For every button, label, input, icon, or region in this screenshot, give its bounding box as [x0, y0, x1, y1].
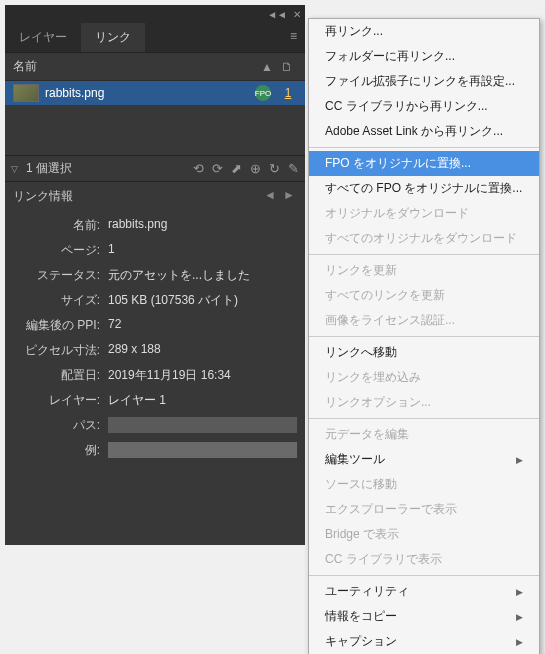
path-value-redacted: [108, 417, 297, 433]
separator: [309, 418, 539, 419]
size-label: サイズ:: [13, 292, 108, 309]
mi-update-link: リンクを更新: [309, 258, 539, 283]
relink-icon[interactable]: ⟲: [193, 161, 204, 176]
tab-layers[interactable]: レイヤー: [5, 23, 81, 52]
col-page-icon[interactable]: 🗋: [277, 60, 297, 74]
mi-dl-all-orig: すべてのオリジナルをダウンロード: [309, 226, 539, 251]
dim-label: ピクセル寸法:: [13, 342, 108, 359]
submenu-arrow-icon: ▶: [516, 455, 523, 465]
col-name-header[interactable]: 名前: [13, 58, 257, 75]
link-filename: rabbits.png: [45, 86, 255, 100]
page-value: 1: [108, 242, 297, 259]
tab-links[interactable]: リンク: [81, 23, 145, 52]
mi-explorer: エクスプローラーで表示: [309, 497, 539, 522]
submenu-arrow-icon: ▶: [516, 612, 523, 622]
mi-utility[interactable]: ユーティリティ▶: [309, 579, 539, 604]
date-label: 配置日:: [13, 367, 108, 384]
submenu-arrow-icon: ▶: [516, 587, 523, 597]
thumbnail: [13, 84, 39, 102]
update-icon[interactable]: ↻: [269, 161, 280, 176]
mi-relink[interactable]: 再リンク...: [309, 19, 539, 44]
separator: [309, 336, 539, 337]
example-value-redacted: [108, 442, 297, 458]
mi-caption[interactable]: キャプション▶: [309, 629, 539, 654]
mi-replace-fpo[interactable]: FPO をオリジナルに置換...: [309, 151, 539, 176]
selection-bar: ▽ 1 個選択 ⟲ ⟳ ⬈ ⊕ ↻ ✎: [5, 155, 305, 182]
close-icon[interactable]: ✕: [293, 9, 301, 20]
context-menu: 再リンク... フォルダーに再リンク... ファイル拡張子にリンクを再設定...…: [308, 18, 540, 654]
mi-edit-tools[interactable]: 編集ツール▶: [309, 447, 539, 472]
mi-copy-info[interactable]: 情報をコピー▶: [309, 604, 539, 629]
size-value: 105 KB (107536 バイト): [108, 292, 297, 309]
panel-top-bar: ◄◄ ✕: [5, 5, 305, 23]
embed-icon[interactable]: ⊕: [250, 161, 261, 176]
date-value: 2019年11月19日 16:34: [108, 367, 297, 384]
mi-replace-all-fpo[interactable]: すべての FPO をオリジナルに置換...: [309, 176, 539, 201]
mi-update-all: すべてのリンクを更新: [309, 283, 539, 308]
mi-relink-aal[interactable]: Adobe Asset Link から再リンク...: [309, 119, 539, 144]
column-header: 名前 ▲ 🗋: [5, 53, 305, 81]
layer-label: レイヤー:: [13, 392, 108, 409]
info-header: リンク情報 ◄ ►: [5, 182, 305, 211]
example-label: 例:: [13, 442, 108, 459]
info-title: リンク情報: [13, 188, 73, 205]
link-row[interactable]: rabbits.png FPO 1: [5, 81, 305, 105]
page-label: ページ:: [13, 242, 108, 259]
status-label: ステータス:: [13, 267, 108, 284]
status-value: 元のアセットを...しました: [108, 267, 297, 284]
relink-cc-icon[interactable]: ⟳: [212, 161, 223, 176]
link-info: 名前:rabbits.png ページ:1 ステータス:元のアセットを...しまし…: [5, 211, 305, 465]
mi-license: 画像をライセンス認証...: [309, 308, 539, 333]
layer-value: レイヤー 1: [108, 392, 297, 409]
path-label: パス:: [13, 417, 108, 434]
mi-goto-src: ソースに移動: [309, 472, 539, 497]
name-value: rabbits.png: [108, 217, 297, 234]
mi-embed: リンクを埋め込み: [309, 365, 539, 390]
col-status-icon[interactable]: ▲: [257, 60, 277, 74]
panel-menu-icon[interactable]: ≡: [282, 23, 305, 52]
submenu-arrow-icon: ▶: [516, 637, 523, 647]
mi-bridge: Bridge で表示: [309, 522, 539, 547]
goto-link-icon[interactable]: ⬈: [231, 161, 242, 176]
mi-link-opts: リンクオプション...: [309, 390, 539, 415]
mi-relink-folder[interactable]: フォルダーに再リンク...: [309, 44, 539, 69]
ppi-label: 編集後の PPI:: [13, 317, 108, 334]
name-label: 名前:: [13, 217, 108, 234]
mi-goto-link[interactable]: リンクへ移動: [309, 340, 539, 365]
dim-value: 289 x 188: [108, 342, 297, 359]
separator: [309, 254, 539, 255]
info-nav[interactable]: ◄ ►: [264, 188, 297, 205]
mi-relink-ext[interactable]: ファイル拡張子にリンクを再設定...: [309, 69, 539, 94]
ppi-value: 72: [108, 317, 297, 334]
mi-relink-cc[interactable]: CC ライブラリから再リンク...: [309, 94, 539, 119]
disclosure-icon[interactable]: ▽: [11, 164, 18, 174]
separator: [309, 147, 539, 148]
fpo-badge: FPO: [255, 85, 271, 101]
edit-icon[interactable]: ✎: [288, 161, 299, 176]
tab-bar: レイヤー リンク ≡: [5, 23, 305, 53]
separator: [309, 575, 539, 576]
mi-dl-orig: オリジナルをダウンロード: [309, 201, 539, 226]
link-page-num[interactable]: 1: [279, 86, 297, 100]
selection-count: 1 個選択: [26, 160, 72, 177]
collapse-icon[interactable]: ◄◄: [267, 9, 287, 20]
links-panel: ◄◄ ✕ レイヤー リンク ≡ 名前 ▲ 🗋 rabbits.png FPO 1…: [5, 5, 305, 545]
mi-edit-orig: 元データを編集: [309, 422, 539, 447]
mi-cc-lib: CC ライブラリで表示: [309, 547, 539, 572]
